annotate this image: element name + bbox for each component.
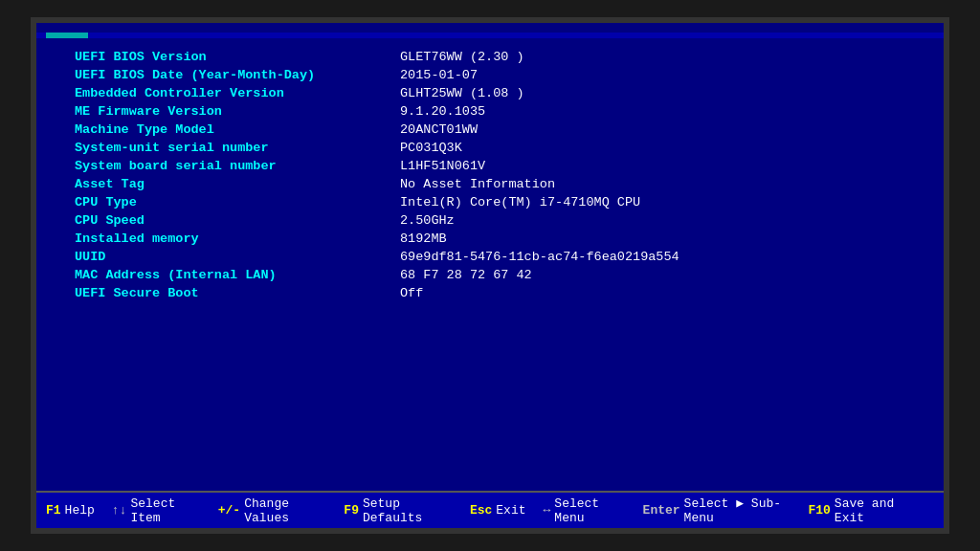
field-value: PC031Q3K [400, 141, 905, 155]
field-value: 69e9df81-5476-11cb-ac74-f6ea0219a554 [400, 250, 905, 264]
status-desc: Help [65, 503, 95, 518]
field-label: MAC Address (Internal LAN) [75, 268, 400, 282]
field-label: CPU Type [75, 195, 400, 209]
bios-screen: UEFI BIOS VersionGLET76WW (2.30 )UEFI BI… [36, 23, 944, 528]
status-item: +/-Change Values [218, 496, 327, 525]
field-label: Machine Type Model [75, 122, 400, 137]
field-label: Embedded Controller Version [75, 86, 400, 100]
field-label: UEFI BIOS Version [75, 50, 400, 64]
status-item: EnterSelect ▶ Sub-Menu [643, 496, 791, 525]
field-label: System-unit serial number [75, 141, 400, 155]
status-desc: Select Item [130, 496, 200, 525]
status-desc: Change Values [244, 496, 326, 525]
table-row: UEFI BIOS VersionGLET76WW (2.30 ) [75, 48, 905, 66]
table-row: Embedded Controller VersionGLHT25WW (1.0… [75, 84, 905, 102]
status-key: F9 [344, 503, 359, 518]
table-row: UEFI Secure BootOff [75, 284, 905, 302]
field-value: GLET76WW (2.30 ) [400, 50, 905, 64]
table-row: Machine Type Model20ANCT01WW [75, 121, 905, 139]
status-key: Esc [470, 503, 492, 518]
field-value: 2015-01-07 [400, 68, 905, 82]
field-value: 9.1.20.1035 [400, 104, 905, 119]
field-label: Installed memory [75, 231, 400, 246]
field-value: GLHT25WW (1.08 ) [400, 86, 905, 100]
field-value: L1HF51N061V [400, 159, 905, 173]
status-key: ↔ [544, 503, 551, 518]
table-row: UUID69e9df81-5476-11cb-ac74-f6ea0219a554 [75, 248, 905, 266]
field-value: Intel(R) Core(TM) i7-4710MQ CPU [400, 195, 905, 209]
table-row: MAC Address (Internal LAN)68 F7 28 72 67… [75, 266, 905, 284]
status-key: +/- [218, 503, 240, 518]
title-bar [36, 23, 944, 33]
status-key: ↑↓ [112, 503, 127, 518]
field-label: UEFI Secure Boot [75, 286, 400, 300]
field-label: Asset Tag [75, 177, 400, 191]
status-item: F1Help [46, 503, 95, 518]
status-key: Enter [643, 503, 680, 518]
monitor: UEFI BIOS VersionGLET76WW (2.30 )UEFI BI… [31, 17, 949, 534]
field-label: UEFI BIOS Date (Year-Month-Day) [75, 68, 400, 82]
status-item: F9Setup Defaults [344, 496, 453, 525]
table-row: System-unit serial numberPC031Q3K [75, 139, 905, 157]
status-item: ↔Select Menu [544, 496, 626, 525]
status-desc: Select ▶ Sub-Menu [684, 496, 791, 525]
field-value: 8192MB [400, 231, 905, 246]
field-value: No Asset Information [400, 177, 905, 191]
field-label: ME Firmware Version [75, 104, 400, 119]
table-row: CPU Speed2.50GHz [75, 211, 905, 230]
status-item: EscExit [470, 503, 526, 518]
field-label: System board serial number [75, 159, 400, 173]
table-row: System board serial numberL1HF51N061V [75, 157, 905, 175]
status-desc: Setup Defaults [363, 496, 453, 525]
field-value: 20ANCT01WW [400, 122, 905, 137]
table-row: CPU TypeIntel(R) Core(TM) i7-4710MQ CPU [75, 193, 905, 211]
table-row: ME Firmware Version9.1.20.1035 [75, 102, 905, 121]
table-row: Asset TagNo Asset Information [75, 175, 905, 193]
content-area: UEFI BIOS VersionGLET76WW (2.30 )UEFI BI… [36, 38, 944, 491]
status-bar: F1Help↑↓Select Item+/-Change ValuesF9Set… [36, 491, 944, 528]
table-row: Installed memory8192MB [75, 230, 905, 248]
field-value: 68 F7 28 72 67 42 [400, 268, 905, 282]
status-desc: Save and Exit [835, 496, 917, 525]
status-item: F10Save and Exit [808, 496, 917, 525]
field-label: UUID [75, 250, 400, 264]
status-item: ↑↓Select Item [112, 496, 201, 525]
status-desc: Select Menu [554, 496, 625, 525]
table-row: UEFI BIOS Date (Year-Month-Day)2015-01-0… [75, 66, 905, 84]
status-key: F1 [46, 503, 61, 518]
field-label: CPU Speed [75, 213, 400, 228]
field-value: 2.50GHz [400, 213, 905, 228]
field-value: Off [400, 286, 905, 300]
status-desc: Exit [496, 503, 525, 518]
status-key: F10 [808, 503, 830, 518]
